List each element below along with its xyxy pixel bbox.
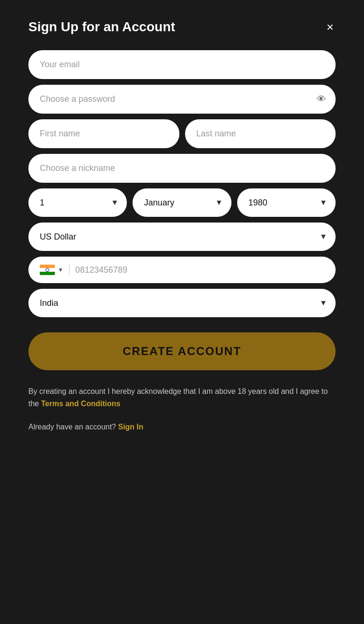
phone-field[interactable]	[75, 265, 324, 275]
first-name-field[interactable]	[28, 119, 179, 148]
dob-year-select[interactable]: 1980 1979 1978	[237, 188, 336, 217]
disclaimer-text: By creating an account I hereby acknowle…	[28, 385, 336, 410]
password-wrapper: 👁	[28, 85, 336, 114]
signin-text: Already have an account? Sign In	[28, 423, 336, 431]
nickname-field[interactable]	[28, 154, 336, 183]
dob-month-select[interactable]: January February March	[133, 188, 231, 217]
modal-title: Sign Up for an Account	[28, 19, 175, 35]
dob-row: 1 2 3 4 5 ▼ January February March ▼ 198	[28, 188, 336, 217]
toggle-password-icon[interactable]: 👁	[317, 94, 326, 105]
terms-link[interactable]: Terms and Conditions	[41, 400, 121, 408]
close-button[interactable]: ×	[325, 19, 336, 35]
dob-year-wrapper: 1980 1979 1978 ▼	[237, 188, 336, 217]
dob-month-wrapper: January February March ▼	[133, 188, 231, 217]
phone-country-chevron-icon: ▼	[58, 267, 63, 273]
country-wrapper: India United States United Kingdom Austr…	[28, 289, 336, 317]
signup-form: 👁 1 2 3 4 5 ▼ January February	[28, 50, 336, 370]
modal-header: Sign Up for an Account ×	[28, 19, 336, 35]
currency-wrapper: US Dollar Euro British Pound Indian Rupe…	[28, 223, 336, 251]
dob-day-wrapper: 1 2 3 4 5 ▼	[28, 188, 127, 217]
password-field[interactable]	[28, 85, 336, 114]
country-code-selector[interactable]: ▼	[40, 265, 63, 275]
create-account-button[interactable]: CREATE ACCOUNT	[28, 332, 336, 370]
country-select[interactable]: India United States United Kingdom Austr…	[28, 289, 336, 317]
email-field[interactable]	[28, 50, 336, 79]
india-flag-icon	[40, 265, 55, 275]
phone-divider	[69, 264, 70, 276]
currency-select[interactable]: US Dollar Euro British Pound Indian Rupe…	[28, 223, 336, 251]
phone-wrapper: ▼	[28, 257, 336, 283]
signup-modal: Sign Up for an Account × 👁 1 2 3 4 5 ▼	[0, 0, 364, 624]
signin-link[interactable]: Sign In	[118, 423, 143, 431]
dob-day-select[interactable]: 1 2 3 4 5	[28, 188, 127, 217]
name-row	[28, 119, 336, 148]
last-name-field[interactable]	[185, 119, 336, 148]
